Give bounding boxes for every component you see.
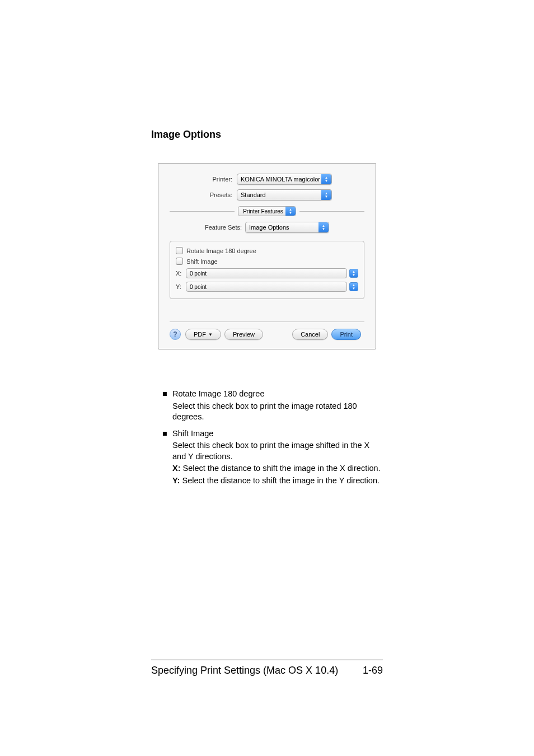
pdf-label: PDF	[194, 331, 206, 338]
bullet-desc: Select this check box to print the image…	[172, 401, 383, 423]
y-value: 0 point	[190, 284, 207, 290]
featureset-value: Image Options	[249, 224, 289, 231]
print-button[interactable]: Print	[331, 329, 361, 340]
featureset-label: Feature Sets:	[205, 224, 242, 231]
bullet-title: Shift Image	[172, 428, 383, 440]
chevron-down-icon: ▼	[208, 332, 213, 337]
divider	[299, 211, 364, 212]
help-button[interactable]: ?	[170, 329, 181, 340]
updown-arrows-icon: ▲▼	[321, 174, 331, 184]
presets-popup[interactable]: Standard ▲▼	[237, 189, 332, 200]
presets-label: Presets:	[170, 192, 237, 198]
pdf-button[interactable]: PDF ▼	[185, 329, 221, 340]
printer-label: Printer:	[170, 176, 237, 183]
footer-left: Specifying Print Settings (Mac OS X 10.4…	[151, 665, 338, 676]
footer-right: 1-69	[363, 665, 383, 676]
y-popup[interactable]: 0 point	[186, 282, 347, 292]
preview-button[interactable]: Preview	[224, 329, 263, 340]
x-value: 0 point	[190, 270, 207, 277]
bullet-title: Rotate Image 180 degree	[172, 389, 383, 400]
pane-popup[interactable]: Printer Features ▲▼	[238, 206, 296, 216]
feature-groupbox: Rotate Image 180 degree Shift Image X: 0…	[170, 241, 364, 299]
list-item: ■ Rotate Image 180 degree Select this ch…	[162, 389, 383, 423]
bullet-list: ■ Rotate Image 180 degree Select this ch…	[162, 389, 383, 487]
printer-value: KONICA MINOLTA magicolor ...	[241, 176, 327, 183]
bullet-desc: Select this check box to print the image…	[172, 440, 383, 462]
updown-arrows-icon: ▲▼	[321, 190, 331, 200]
presets-value: Standard	[241, 192, 266, 198]
divider	[170, 211, 235, 212]
page-footer: Specifying Print Settings (Mac OS X 10.4…	[151, 660, 383, 676]
bullet-icon: ■	[162, 389, 172, 423]
printer-popup[interactable]: KONICA MINOLTA magicolor ... ▲▼	[237, 174, 332, 185]
x-line: X: Select the distance to shift the imag…	[172, 463, 383, 474]
updown-arrows-icon: ▲▼	[349, 282, 358, 291]
shift-checkbox[interactable]	[176, 258, 183, 265]
rotate-checkbox-label: Rotate Image 180 degree	[186, 248, 256, 254]
y-line: Y: Select the distance to shift the imag…	[172, 475, 383, 487]
rotate-checkbox[interactable]	[176, 247, 183, 254]
pane-value: Printer Features	[243, 208, 283, 214]
updown-arrows-icon: ▲▼	[349, 269, 358, 278]
featureset-popup[interactable]: Image Options ▲▼	[245, 222, 329, 233]
section-heading: Image Options	[151, 129, 383, 141]
list-item: ■ Shift Image Select this check box to p…	[162, 428, 383, 487]
updown-arrows-icon: ▲▼	[285, 207, 296, 216]
print-dialog: Printer: KONICA MINOLTA magicolor ... ▲▼…	[158, 163, 376, 349]
updown-arrows-icon: ▲▼	[318, 222, 329, 232]
y-label: Y:	[176, 283, 186, 290]
x-popup[interactable]: 0 point	[186, 268, 347, 278]
bullet-icon: ■	[162, 428, 172, 487]
x-label: X:	[176, 270, 186, 277]
cancel-button[interactable]: Cancel	[292, 329, 328, 340]
shift-checkbox-label: Shift Image	[186, 258, 218, 265]
